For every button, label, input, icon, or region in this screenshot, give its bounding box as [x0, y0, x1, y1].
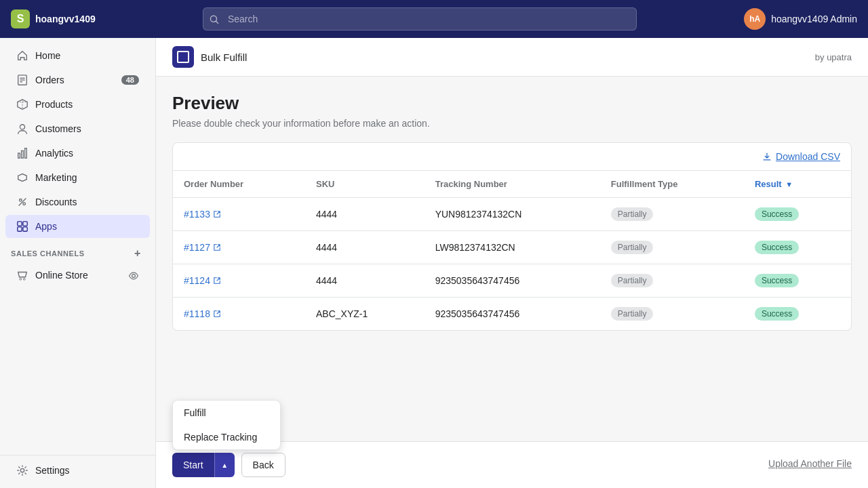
store-name: hoangvv1409 [35, 14, 96, 24]
search-input[interactable] [203, 7, 637, 30]
start-button[interactable]: Start [172, 453, 214, 477]
sidebar-label-orders: Orders [35, 75, 64, 85]
cell-tracking: YUN9812374132CN [425, 198, 600, 231]
col-order-number: Order Number [173, 171, 305, 198]
cell-order: #1118 [173, 298, 305, 331]
sidebar-item-home[interactable]: Home [5, 44, 150, 67]
sidebar-item-discounts[interactable]: Discounts [5, 190, 150, 214]
sidebar-label-settings: Settings [35, 465, 70, 476]
discounts-icon [16, 196, 28, 208]
app-header-by: by upatra [815, 52, 852, 62]
cell-order: #1127 [173, 231, 305, 264]
sidebar-item-marketing[interactable]: Marketing [5, 166, 150, 189]
bottom-bar: Fulfill Replace Tracking Start ▲ Back Up… [156, 441, 868, 488]
download-csv-button[interactable]: Download CSV [762, 151, 840, 162]
fulfillment-badge: Partially [611, 207, 654, 221]
shopify-icon: S [11, 9, 30, 28]
online-store-icon [16, 269, 28, 281]
result-sort-icon[interactable]: ▼ [785, 180, 793, 188]
user-menu[interactable]: hA hoangvv1409 Admin [744, 8, 857, 30]
app-header-left: Bulk Fulfill [172, 46, 247, 68]
cell-result: Success [744, 264, 851, 298]
svg-rect-8 [22, 150, 24, 158]
external-link-icon [213, 210, 221, 218]
svg-point-17 [20, 279, 22, 281]
page-title: Preview [172, 93, 852, 114]
add-sales-channel-button[interactable]: + [131, 247, 144, 260]
fulfillment-badge: Partially [611, 241, 654, 254]
table-card: Download CSV Order Number SKU Tracking N… [172, 142, 852, 331]
marketing-icon [16, 171, 28, 184]
orders-icon [16, 74, 28, 86]
products-icon [16, 98, 28, 110]
cell-fulfillment: Partially [600, 298, 744, 331]
app-logo-inner [177, 51, 189, 63]
cell-tracking: 9235035643747456 [425, 298, 600, 331]
cell-fulfillment: Partially [600, 231, 744, 264]
cell-result: Success [744, 198, 851, 231]
sidebar-item-apps[interactable]: Apps [5, 215, 150, 238]
back-button[interactable]: Back [241, 453, 285, 477]
sidebar: Home Orders 48 Product [0, 38, 156, 488]
store-logo[interactable]: S hoangvv1409 [11, 9, 96, 28]
home-icon [16, 49, 28, 62]
fulfillment-badge: Partially [611, 307, 654, 321]
svg-rect-16 [23, 227, 27, 231]
table-row: #1118 ABC_XYZ-1 9235035643747456 Partial… [173, 298, 851, 331]
sidebar-item-orders[interactable]: Orders 48 [5, 68, 150, 92]
svg-point-20 [20, 468, 24, 472]
dropdown-item-fulfill[interactable]: Fulfill [173, 401, 280, 425]
cell-sku: 4444 [305, 264, 425, 298]
upload-another-file-link[interactable]: Upload Another File [768, 458, 852, 469]
cell-result: Success [744, 231, 851, 264]
eye-icon[interactable] [128, 269, 139, 281]
sidebar-item-products[interactable]: Products [5, 93, 150, 116]
svg-rect-9 [25, 148, 27, 158]
sidebar-item-settings[interactable]: Settings [5, 459, 150, 482]
sidebar-label-online-store: Online Store [35, 270, 88, 281]
user-label: hoangvv1409 Admin [771, 14, 857, 24]
table-toolbar: Download CSV [173, 143, 851, 171]
topnav: S hoangvv1409 hA hoangvv1409 Admin [0, 0, 868, 38]
order-link[interactable]: #1124 [184, 275, 294, 286]
svg-rect-14 [23, 222, 27, 226]
external-link-icon [213, 310, 221, 318]
sidebar-label-products: Products [35, 99, 73, 110]
fulfillment-badge: Partially [611, 274, 654, 287]
order-link[interactable]: #1127 [184, 242, 294, 253]
sidebar-item-online-store[interactable]: Online Store [5, 264, 150, 287]
content-area: Bulk Fulfill by upatra Preview Please do… [156, 38, 868, 488]
search-container [203, 7, 637, 30]
external-link-icon [213, 277, 221, 285]
order-link[interactable]: #1118 [184, 308, 294, 319]
sales-channels-title: SALES CHANNELS + [0, 239, 155, 263]
customers-icon [16, 123, 28, 135]
orders-badge: 48 [121, 75, 139, 85]
cell-sku: 4444 [305, 198, 425, 231]
app-logo [172, 46, 194, 68]
app-header-title: Bulk Fulfill [201, 52, 247, 63]
cell-sku: ABC_XYZ-1 [305, 298, 425, 331]
sidebar-item-customers[interactable]: Customers [5, 117, 150, 140]
col-fulfillment-type: Fulfillment Type [600, 171, 744, 198]
start-dropdown-arrow[interactable]: ▲ [214, 453, 235, 477]
dropdown-item-replace-tracking[interactable]: Replace Tracking [173, 425, 280, 449]
table-row: #1124 4444 9235035643747456 Partially Su… [173, 264, 851, 298]
sidebar-label-marketing: Marketing [35, 172, 77, 183]
bottom-left: Fulfill Replace Tracking Start ▲ Back [172, 453, 285, 477]
cell-tracking: 9235035643747456 [425, 264, 600, 298]
svg-rect-7 [18, 153, 20, 158]
cell-sku: 4444 [305, 231, 425, 264]
download-icon [762, 152, 772, 161]
svg-point-10 [20, 199, 22, 202]
external-link-icon [213, 243, 221, 251]
col-tracking-number: Tracking Number [425, 171, 600, 198]
sidebar-item-analytics[interactable]: Analytics [5, 142, 150, 165]
svg-rect-15 [18, 227, 22, 231]
order-link[interactable]: #1133 [184, 209, 294, 220]
sidebar-label-home: Home [35, 50, 60, 61]
svg-rect-13 [18, 222, 22, 226]
table-row: #1127 4444 LW9812374132CN Partially Succ… [173, 231, 851, 264]
svg-point-18 [23, 279, 25, 281]
col-result: Result ▼ [744, 171, 851, 198]
